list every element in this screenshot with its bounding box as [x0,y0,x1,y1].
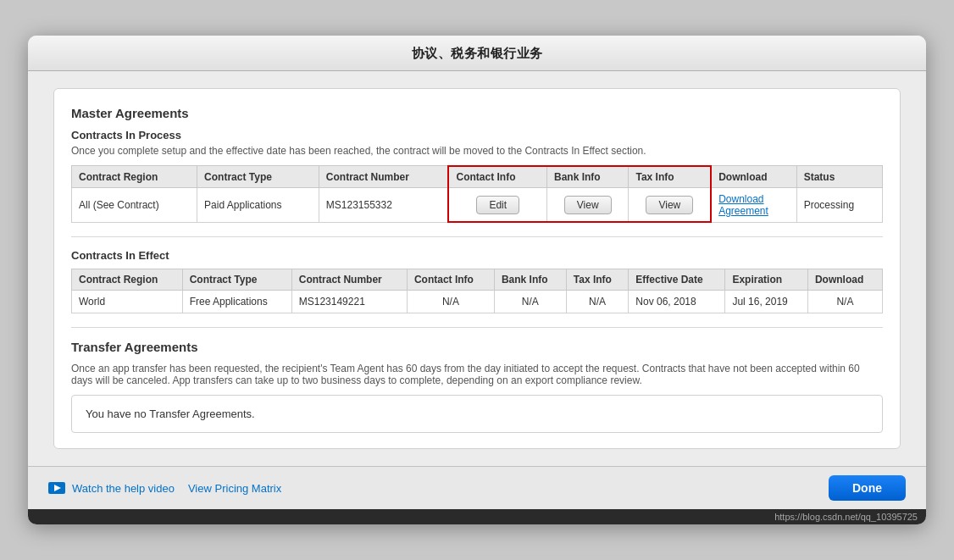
eff-th-effective: Effective Date [629,269,725,291]
contracts-in-process-title: Contracts In Process [71,129,883,141]
eff-th-contact: Contact Info [407,269,494,291]
th-status: Status [796,166,882,188]
contracts-in-effect-title: Contracts In Effect [71,249,883,262]
svg-marker-0 [54,485,61,491]
row1-status: Processing [796,187,882,222]
eff-row1-region: World [72,291,183,313]
url-text: https://blog.csdn.net/qq_10395725 [774,512,918,522]
bank-info-view-button[interactable]: View [564,196,612,214]
transfer-agreements-desc: Once an app transfer has been requested,… [71,363,883,386]
th-download: Download [711,166,796,188]
process-row-1: All (See Contract) Paid Applications MS1… [72,187,883,222]
th-number: Contract Number [319,166,448,188]
master-agreements-title: Master Agreements [71,106,883,120]
row1-number: MS123155332 [319,187,448,222]
eff-th-download: Download [807,269,882,291]
page-title: 协议、税务和银行业务 [412,46,543,60]
row1-bank: View [546,187,629,222]
effect-row-1: World Free Applications MS123149221 N/A … [72,291,883,313]
row1-type: Paid Applications [197,187,319,222]
eff-row1-expiration: Jul 16, 2019 [725,291,808,313]
eff-row1-contact: N/A [407,291,494,313]
eff-row1-tax: N/A [566,291,629,313]
row1-region: All (See Contract) [72,187,197,222]
eff-th-type: Contract Type [182,269,291,291]
th-tax: Tax Info [629,166,711,188]
agreement-link[interactable]: Agreement [718,205,768,217]
row1-contact: Edit [448,187,546,222]
th-type: Contract Type [197,166,319,188]
eff-row1-bank: N/A [494,291,566,313]
video-icon [48,482,65,494]
contracts-in-effect-table: Contract Region Contract Type Contract N… [71,269,883,313]
tax-info-view-button[interactable]: View [646,196,693,214]
row1-download: Download Agreement [711,187,796,222]
eff-row1-download: N/A [807,291,882,313]
download-link[interactable]: Download [718,193,763,205]
th-region: Contract Region [72,166,197,188]
contracts-in-process-desc: Once you complete setup and the effectiv… [71,145,883,157]
main-window: 协议、税务和银行业务 Master Agreements Contracts I… [28,36,926,525]
done-button[interactable]: Done [829,475,906,501]
contracts-in-process-table: Contract Region Contract Type Contract N… [71,165,883,224]
title-bar: 协议、税务和银行业务 [28,36,926,71]
th-contact: Contact Info [448,166,546,188]
url-bar: https://blog.csdn.net/qq_10395725 [28,509,926,524]
transfer-empty-box: You have no Transfer Agreements. [71,395,883,433]
transfer-empty-message: You have no Transfer Agreements. [86,408,255,420]
eff-th-number: Contract Number [291,269,407,291]
th-bank: Bank Info [546,166,629,188]
eff-row1-number: MS123149221 [291,291,407,313]
eff-row1-type: Free Applications [182,291,291,313]
view-pricing-link[interactable]: View Pricing Matrix [188,482,281,495]
eff-th-region: Contract Region [72,269,183,291]
eff-th-expiration: Expiration [725,269,808,291]
agreements-card: Master Agreements Contracts In Process O… [53,88,901,450]
eff-row1-effective: Nov 06, 2018 [629,291,725,313]
transfer-agreements-title: Transfer Agreements [71,340,883,354]
footer-left: Watch the help video View Pricing Matrix [48,482,281,495]
separator-1 [71,236,883,237]
main-content: Master Agreements Contracts In Process O… [28,71,926,467]
separator-2 [71,327,883,328]
eff-th-bank: Bank Info [494,269,566,291]
row1-tax: View [629,187,711,222]
eff-th-tax: Tax Info [566,269,629,291]
footer-bar: Watch the help video View Pricing Matrix… [28,466,926,509]
contact-info-edit-button[interactable]: Edit [476,196,519,214]
watch-video-link[interactable]: Watch the help video [72,482,175,495]
